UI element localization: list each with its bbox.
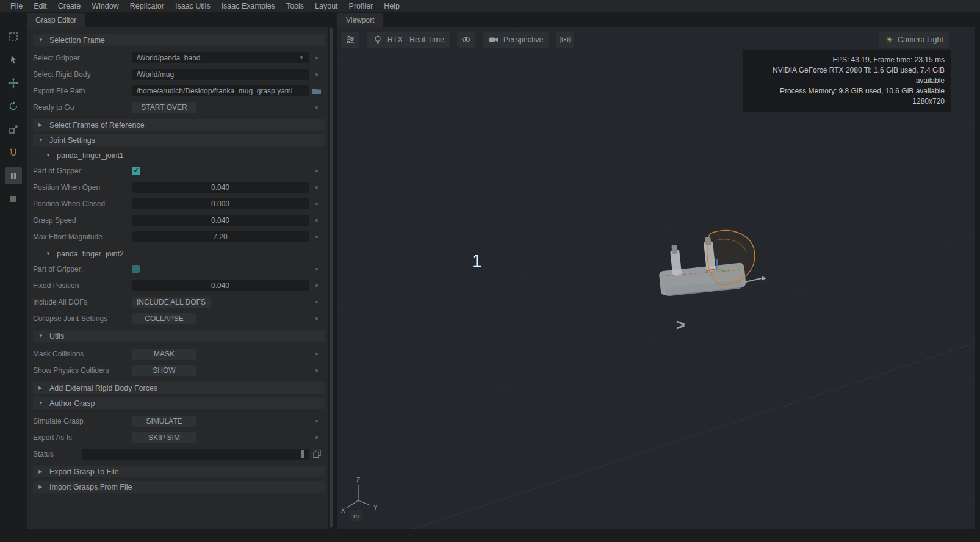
menu-help[interactable]: Help xyxy=(378,1,405,12)
section-title: Joint Settings xyxy=(49,136,95,145)
menu-window[interactable]: Window xyxy=(86,1,124,12)
export-file-path-field[interactable]: /home/arudich/Desktop/franka_mug_grasp.y… xyxy=(132,85,309,96)
reset-indicator[interactable] xyxy=(315,436,318,439)
collapse-arrow-icon: ▶ xyxy=(38,122,44,128)
include-all-dofs-button[interactable]: INCLUDE ALL DOFS xyxy=(132,297,211,308)
move-tool-button[interactable] xyxy=(5,74,22,92)
menu-edit[interactable]: Edit xyxy=(28,1,52,12)
left-toolbar xyxy=(0,12,27,542)
panel-scrollbar[interactable] xyxy=(329,27,333,529)
position-when-closed-field[interactable]: 0.000 xyxy=(132,198,309,209)
max-effort-field[interactable]: 7.20 xyxy=(132,231,309,242)
render-stats: FPS: 43.19, Frame time: 23.15 ms NVIDIA … xyxy=(743,50,951,112)
renderer-button[interactable]: RTX - Real-Time xyxy=(367,32,450,48)
reset-indicator[interactable] xyxy=(315,284,318,287)
cursor-tool-button[interactable] xyxy=(5,51,22,68)
viewport-settings-button[interactable] xyxy=(341,32,359,48)
max-effort-row: Max Effort Magnitude 7.20 xyxy=(33,228,325,245)
start-over-button[interactable]: START OVER xyxy=(132,102,196,113)
reset-indicator[interactable] xyxy=(315,353,318,355)
reset-indicator[interactable] xyxy=(315,301,318,303)
move-icon xyxy=(8,78,19,89)
reset-indicator[interactable] xyxy=(315,170,318,172)
reset-indicator[interactable] xyxy=(315,73,318,76)
next-arrow-icon[interactable]: > xyxy=(676,316,685,334)
menu-tools[interactable]: Tools xyxy=(281,1,309,12)
select-rigid-body-field[interactable]: /World/mug xyxy=(132,69,309,80)
copy-icon[interactable] xyxy=(312,449,322,459)
reset-indicator[interactable] xyxy=(315,268,318,270)
menu-replicator[interactable]: Replicator xyxy=(124,1,170,12)
rotate-tool-button[interactable] xyxy=(5,98,22,115)
tab-grasp-editor[interactable]: Grasp Editor xyxy=(27,13,85,27)
section-import-grasps[interactable]: ▶ Import Grasps From File xyxy=(33,481,325,493)
pause-button[interactable] xyxy=(5,167,22,184)
section-panda-finger-joint1[interactable]: ▼ panda_finger_joint1 xyxy=(40,150,325,161)
viewport-canvas[interactable]: RTX - Real-Time Perspective xyxy=(337,27,975,529)
unit-selector[interactable]: m xyxy=(350,510,362,521)
section-title: Utils xyxy=(49,332,64,341)
camera-light-button[interactable]: ☀ Camera Light xyxy=(879,32,949,48)
status-field[interactable] xyxy=(82,449,309,460)
menu-create[interactable]: Create xyxy=(52,1,87,12)
section-utils[interactable]: ▼ Utils xyxy=(33,330,325,342)
menu-isaac-utils[interactable]: Isaac Utils xyxy=(170,1,216,12)
reset-indicator[interactable] xyxy=(315,369,318,372)
section-external-forces[interactable]: ▶ Add External Rigid Body Forces xyxy=(33,382,325,394)
menu-file[interactable]: File xyxy=(5,1,28,12)
stats-memory: Process Memory: 9.8 GiB used, 10.6 GiB a… xyxy=(749,86,945,96)
grasp-editor-body: ▼ Selection Frame Select Gripper /World/… xyxy=(27,27,328,529)
reset-indicator[interactable] xyxy=(315,317,318,320)
part-of-gripper-checkbox[interactable]: ✓ xyxy=(132,167,140,175)
stop-button[interactable] xyxy=(5,190,22,208)
select-tool-button[interactable] xyxy=(5,28,22,45)
select-rigid-body-label: Select Rigid Body xyxy=(33,70,132,79)
part-of-gripper-checkbox[interactable] xyxy=(132,265,140,273)
status-label: Status xyxy=(33,450,82,458)
stop-icon xyxy=(8,193,19,204)
show-button[interactable]: SHOW xyxy=(132,365,196,376)
reset-indicator[interactable] xyxy=(315,420,318,422)
position-when-open-field[interactable]: 0.040 xyxy=(132,182,309,193)
scrollbar-thumb[interactable] xyxy=(330,28,333,527)
scale-icon xyxy=(8,124,19,135)
section-export-grasp[interactable]: ▶ Export Grasp To File xyxy=(33,466,325,477)
fixed-position-field[interactable]: 0.040 xyxy=(132,280,309,291)
menu-layout[interactable]: Layout xyxy=(309,1,344,12)
section-panda-finger-joint2[interactable]: ▼ panda_finger_joint2 xyxy=(40,248,325,259)
section-author-grasp[interactable]: ▼ Author Grasp xyxy=(33,397,325,409)
reset-indicator[interactable] xyxy=(315,186,318,189)
reset-indicator[interactable] xyxy=(315,236,318,238)
reset-indicator[interactable] xyxy=(315,106,318,109)
gripper-mug-render[interactable] xyxy=(649,210,771,320)
collapse-arrow-icon: ▶ xyxy=(38,484,44,490)
section-selection-frame[interactable]: ▼ Selection Frame xyxy=(33,34,325,46)
sun-icon: ☀ xyxy=(885,35,893,44)
mask-button[interactable]: MASK xyxy=(132,349,196,360)
axis-z-label: Z xyxy=(356,477,360,483)
joint1-part-of-gripper-row: Part of Gripper: ✓ xyxy=(33,162,325,179)
camera-button[interactable]: Perspective xyxy=(483,32,549,48)
section-frames-of-reference[interactable]: ▶ Select Frames of Reference xyxy=(33,119,325,131)
reset-indicator[interactable] xyxy=(315,203,318,205)
skip-sim-button[interactable]: SKIP SIM xyxy=(132,432,196,443)
menu-isaac-examples[interactable]: Isaac Examples xyxy=(216,1,281,12)
visibility-button[interactable] xyxy=(457,32,475,48)
app-window: File Edit Create Window Replicator Isaac… xyxy=(0,0,980,542)
simulate-button[interactable]: SIMULATE xyxy=(132,416,196,427)
reset-indicator[interactable] xyxy=(315,219,318,222)
scale-tool-button[interactable] xyxy=(5,121,22,138)
grasp-speed-field[interactable]: 0.040 xyxy=(132,215,309,226)
tab-viewport[interactable]: Viewport xyxy=(337,13,383,27)
section-joint-settings[interactable]: ▼ Joint Settings xyxy=(33,134,325,146)
menu-profiler[interactable]: Profiler xyxy=(344,1,379,12)
selection-signal-button[interactable] xyxy=(556,32,574,48)
folder-icon[interactable] xyxy=(311,85,322,96)
reset-indicator[interactable] xyxy=(315,57,318,59)
rotate-icon xyxy=(8,101,19,112)
show-colliders-label: Show Physics Colliders xyxy=(33,366,132,375)
cursor-icon xyxy=(8,54,19,65)
snap-tool-button[interactable] xyxy=(5,144,22,161)
collapse-button[interactable]: COLLAPSE xyxy=(132,313,196,324)
select-gripper-dropdown[interactable]: /World/panda_hand ▼ xyxy=(132,52,309,63)
